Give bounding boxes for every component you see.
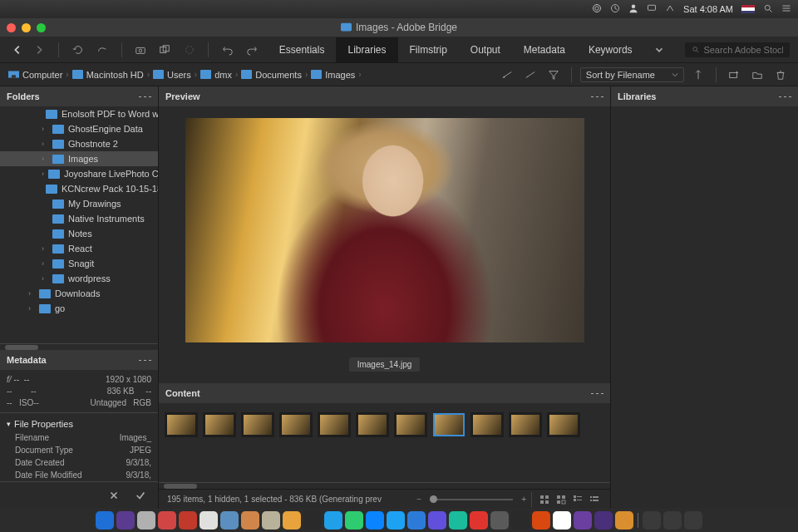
thumbnail[interactable] [397, 415, 425, 435]
list-view-button[interactable] [587, 494, 602, 505]
thumbnail[interactable] [435, 415, 463, 435]
panel-menu-icon[interactable] [591, 96, 603, 97]
dock-app[interactable] [532, 511, 550, 530]
thumbnail[interactable] [205, 415, 234, 435]
batch-button[interactable] [156, 41, 174, 59]
breadcrumb-item[interactable]: Macintosh HD [72, 70, 144, 80]
filter-button[interactable] [544, 66, 563, 84]
arrow-icon[interactable] [665, 3, 675, 15]
content-panel-header[interactable]: Content [159, 383, 610, 403]
dock-app[interactable] [407, 511, 426, 530]
spotlight-icon[interactable] [763, 3, 773, 15]
dock-app[interactable] [241, 511, 259, 530]
details-view-button[interactable] [570, 494, 585, 505]
tab-keywords[interactable]: Keywords [577, 37, 644, 62]
dock-app[interactable] [387, 511, 405, 530]
libraries-panel-header[interactable]: Libraries [611, 86, 798, 106]
dock-app[interactable] [200, 511, 218, 530]
forward-button[interactable] [30, 41, 48, 59]
back-button[interactable] [8, 41, 27, 59]
thumbnail[interactable] [358, 415, 387, 435]
dock-app[interactable] [96, 511, 114, 530]
folder-item[interactable]: ›go [0, 301, 158, 316]
folder-item[interactable]: ›Downloads [0, 286, 158, 301]
tab-libraries[interactable]: Libraries [336, 37, 397, 62]
thumbnail[interactable] [282, 415, 310, 435]
dock-app[interactable] [324, 511, 342, 530]
dock-app[interactable] [643, 511, 661, 530]
dock-app[interactable] [553, 511, 571, 530]
redo-button[interactable] [244, 41, 261, 59]
parent-button[interactable] [93, 41, 111, 59]
folder-item[interactable]: ›Ghostnote 2 [0, 136, 158, 151]
folder-item[interactable]: Enolsoft PDF to Word w [0, 106, 158, 121]
dock-app[interactable] [663, 511, 682, 530]
dock-app[interactable] [574, 511, 592, 530]
metadata-panel-header[interactable]: Metadata [0, 350, 158, 370]
dock-app[interactable] [684, 511, 702, 530]
dock-app[interactable] [511, 511, 530, 530]
dock-app[interactable] [428, 511, 446, 530]
dock-app[interactable] [116, 511, 135, 530]
dock-app[interactable] [179, 511, 197, 530]
user-icon[interactable] [628, 3, 638, 15]
folders-panel-header[interactable]: Folders [0, 86, 158, 106]
dock-app[interactable] [283, 511, 301, 530]
folders-scrollbar[interactable] [0, 343, 158, 350]
dock-app[interactable] [366, 511, 384, 530]
breadcrumb-item[interactable]: Images [311, 70, 355, 80]
menu-icon[interactable] [781, 3, 791, 15]
search-input[interactable] [703, 45, 783, 55]
search-box[interactable] [685, 42, 790, 57]
breadcrumb-item[interactable]: Documents [241, 70, 302, 80]
breadcrumb-item[interactable]: Computer [8, 70, 62, 80]
breadcrumb-item[interactable]: dmx [200, 70, 232, 80]
dock-app[interactable] [470, 511, 488, 530]
tab-output[interactable]: Output [459, 37, 512, 62]
dock-app[interactable] [345, 511, 363, 530]
thumbnail[interactable] [511, 415, 539, 435]
file-properties-toggle[interactable]: ▾File Properties [7, 416, 151, 431]
undo-button[interactable] [219, 41, 236, 59]
preview-image[interactable] [185, 118, 584, 342]
panel-menu-icon[interactable] [139, 96, 151, 97]
tab-essentials[interactable]: Essentials [268, 37, 337, 62]
thumbnail[interactable] [244, 415, 272, 435]
open-button[interactable] [748, 66, 766, 84]
filter-ratings-button[interactable] [498, 66, 516, 84]
camera-button[interactable] [131, 41, 149, 59]
chevron-down-icon[interactable] [651, 41, 668, 59]
display-icon[interactable] [647, 3, 657, 15]
dock-app[interactable] [303, 511, 322, 530]
folder-item[interactable]: ›Snagit [0, 256, 158, 271]
panel-menu-icon[interactable] [139, 360, 151, 361]
history-button[interactable] [69, 41, 86, 59]
thumbnail-size-slider[interactable] [430, 499, 513, 500]
panel-menu-icon[interactable] [779, 96, 791, 97]
folder-item[interactable]: ›Images [0, 151, 158, 166]
trash-button[interactable] [771, 66, 790, 84]
breadcrumb-item[interactable]: Users [153, 70, 191, 80]
folder-item[interactable]: My Drawings [0, 196, 158, 211]
folder-item[interactable]: ›React [0, 241, 158, 256]
thumbnail[interactable] [320, 415, 348, 435]
cancel-button[interactable] [105, 486, 123, 505]
folder-item[interactable]: ›Joyoshare LivePhoto Co [0, 166, 158, 181]
dock-app[interactable] [137, 511, 155, 530]
sort-direction-button[interactable] [689, 66, 707, 84]
dock-app[interactable] [158, 511, 176, 530]
refresh-button[interactable] [180, 41, 198, 59]
thumbnail[interactable] [473, 415, 501, 435]
zoom-window[interactable] [37, 23, 46, 32]
panel-menu-icon[interactable] [591, 393, 603, 394]
cc-icon[interactable] [592, 3, 602, 15]
dock-app[interactable] [490, 511, 509, 530]
dock-app[interactable] [220, 511, 239, 530]
new-folder-button[interactable] [725, 66, 743, 84]
menubar-time[interactable]: Sat 4:08 AM [683, 4, 733, 14]
grid-view-button[interactable] [537, 494, 552, 505]
lock-view-button[interactable] [554, 494, 569, 505]
clock-icon[interactable] [610, 3, 620, 15]
content-scrollbar[interactable] [159, 482, 610, 489]
dock-app[interactable] [615, 511, 633, 530]
